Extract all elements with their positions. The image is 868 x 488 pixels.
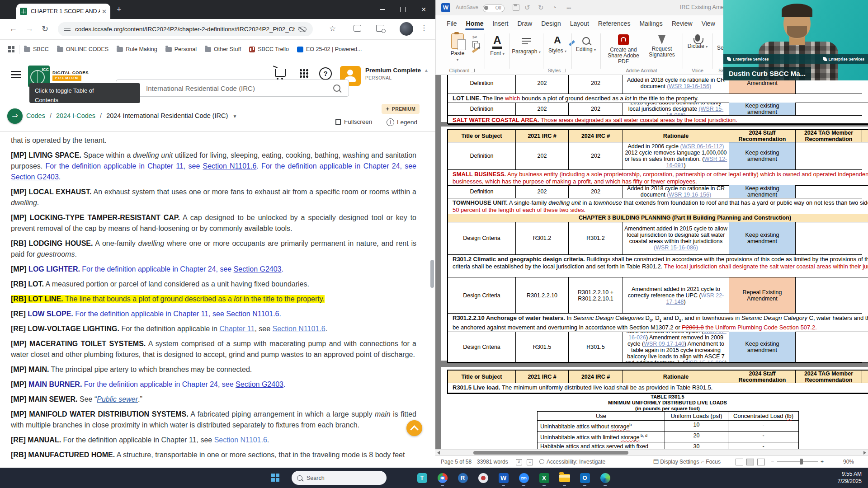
styles-button[interactable]: A Styles ▾ <box>546 34 569 54</box>
touch-mode-icon[interactable]: ◔ <box>552 4 557 11</box>
editing-button[interactable]: Editing ▾ <box>574 34 598 53</box>
ribbon-tab-review[interactable]: Review <box>667 17 697 30</box>
app-grid-icon[interactable] <box>299 69 308 78</box>
bookmark-item[interactable]: Other Stuff <box>205 46 241 52</box>
print-layout-icon[interactable] <box>746 459 754 465</box>
word-count[interactable]: 33981 words <box>477 459 508 465</box>
browser-tab[interactable]: CHAPTER 1 SCOPE AND ADMI ✕ <box>16 4 110 19</box>
paragraph-button[interactable]: Paragraph ▾ <box>512 34 541 55</box>
ribbon-tab-view[interactable]: View <box>697 17 720 30</box>
ribbon-tab-home[interactable]: Home <box>462 17 488 30</box>
code-search-input[interactable]: International Residential Code (IRC) <box>116 80 349 97</box>
save-icon[interactable] <box>513 4 519 11</box>
autosave-toggle[interactable]: Off <box>483 5 505 12</box>
legend-button[interactable]: i Legend <box>387 118 417 126</box>
search-tabs-icon[interactable] <box>376 25 384 32</box>
teams-icon[interactable]: T <box>412 470 432 486</box>
fullscreen-button[interactable]: Fullscreen <box>335 118 372 125</box>
adobe-create-pdf-button[interactable]: Create and Share Adobe PDF <box>604 33 643 65</box>
text-predictions-icon[interactable]: ≡ <box>527 459 533 465</box>
scroll-right-icon[interactable] <box>863 451 866 455</box>
focus-button[interactable]: ⌐ Focus <box>701 459 721 465</box>
site-info-icon[interactable] <box>64 27 71 32</box>
tab-close-icon[interactable]: ✕ <box>102 8 107 15</box>
ribbon-tab-file[interactable]: File <box>442 17 462 30</box>
back-to-top-button[interactable] <box>406 420 422 436</box>
premium-badge[interactable]: PREMIUM <box>382 104 420 114</box>
read-mode-icon[interactable] <box>736 459 743 465</box>
web-layout-icon[interactable] <box>757 459 765 465</box>
outlook-icon[interactable]: O <box>575 470 595 486</box>
ribbon-tab-draw[interactable]: Draw <box>513 17 537 30</box>
hscroll-thumb[interactable] <box>473 451 628 455</box>
word-hscrollbar[interactable] <box>435 449 868 455</box>
display-settings-button[interactable]: 🗔 Display Settings <box>653 459 699 465</box>
eye-blocked-icon[interactable] <box>298 27 307 32</box>
bookmark-item[interactable]: Rule Making <box>117 46 157 52</box>
breadcrumb-icodes[interactable]: 2024 I-Codes <box>56 112 95 119</box>
zoom-icon[interactable]: zm <box>514 470 534 486</box>
url-text[interactable]: codes.iccsafe.org/content/IRC2024P2/chap… <box>75 26 295 33</box>
reload-icon[interactable]: ↻ <box>42 24 48 34</box>
snip-icon[interactable] <box>473 470 493 486</box>
request-signatures-button[interactable]: Request Signatures <box>645 33 679 58</box>
chrome-icon[interactable] <box>432 470 453 486</box>
dictate-button[interactable]: Dictate ▾ <box>685 33 710 50</box>
back-icon[interactable]: ← <box>9 24 17 33</box>
zoom-slider-thumb[interactable] <box>800 459 803 465</box>
profile-avatar[interactable] <box>400 22 413 36</box>
copy-icon[interactable] <box>472 41 478 47</box>
toc-toggle-button[interactable]: ⇒ <box>7 108 23 124</box>
dialog-launcher-icon[interactable] <box>471 69 475 72</box>
redo-icon[interactable]: ↻ <box>538 4 544 12</box>
ribbon-tab-insert[interactable]: Insert <box>488 17 513 30</box>
bookmark-item[interactable]: ONLINE CODES <box>57 46 108 52</box>
window-maximize-button[interactable] <box>392 0 413 19</box>
qat-more-icon[interactable]: ≂ <box>566 4 572 12</box>
undo-icon[interactable]: ↺ <box>524 4 530 12</box>
bookmark-item[interactable]: SBCC Trello <box>249 46 289 52</box>
forward-icon[interactable]: → <box>25 24 33 33</box>
paste-button[interactable]: Paste▾ <box>447 33 468 63</box>
start-button[interactable] <box>271 474 279 482</box>
bookmark-item[interactable]: SBCC <box>24 46 49 52</box>
browser-menu-icon[interactable]: ⋮ <box>420 23 428 32</box>
bookmark-star-icon[interactable]: ☆ <box>329 24 336 33</box>
browser-scrollbar[interactable] <box>430 260 434 288</box>
format-painter-icon[interactable] <box>472 48 478 53</box>
dialog-launcher-icon[interactable] <box>562 69 566 72</box>
zoom-out-icon[interactable]: − <box>771 459 774 465</box>
zoom-slider[interactable] <box>777 461 818 462</box>
cut-icon[interactable]: ✂ <box>472 34 478 41</box>
help-icon[interactable]: ? <box>319 67 332 80</box>
ribbon-tab-mailings[interactable]: Mailings <box>635 17 667 30</box>
breadcrumb-codes[interactable]: Codes <box>26 112 45 119</box>
cart-icon[interactable] <box>275 69 286 77</box>
page-indicator[interactable]: Page 5 of 58 <box>441 459 472 465</box>
zoom-level[interactable]: 90% <box>843 459 854 465</box>
apps-shortcut-icon[interactable] <box>8 46 14 52</box>
window-minimize-button[interactable] <box>372 0 392 19</box>
zoom-in-icon[interactable]: + <box>821 459 824 465</box>
task-view-icon[interactable] <box>392 470 412 486</box>
scroll-left-icon[interactable] <box>437 451 440 455</box>
document-canvas[interactable]: TABLE R301.5 MINIMUM UNIFORMLY DISTRIBUT… <box>435 75 868 449</box>
extensions-icon[interactable] <box>354 25 361 32</box>
ribbon-tab-layout[interactable]: Layout <box>566 17 594 30</box>
collapse-caret-icon[interactable]: ▲ <box>424 68 429 73</box>
window-close-button[interactable]: ✕ <box>413 0 434 19</box>
r-icon[interactable]: R <box>453 470 473 486</box>
breadcrumb-caret-icon[interactable]: ▼ <box>232 114 237 119</box>
ribbon-tab-design[interactable]: Design <box>537 17 566 30</box>
toc-hamburger-icon[interactable] <box>11 71 21 78</box>
edge-icon[interactable] <box>595 470 615 486</box>
search-icon[interactable] <box>333 84 340 92</box>
excel-icon[interactable]: X <box>534 470 554 486</box>
proofing-status-icon[interactable]: ✗ <box>516 459 522 465</box>
bookmark-item[interactable]: EO 25-02 | Powered... <box>297 46 362 52</box>
taskbar-search[interactable]: Search <box>292 471 387 485</box>
new-tab-button[interactable]: + <box>117 5 122 14</box>
ribbon-tab-references[interactable]: References <box>594 17 635 30</box>
taskbar-clock[interactable]: 9:55 AM 7/29/2025 <box>838 470 862 485</box>
bookmark-item[interactable]: Personal <box>165 46 197 52</box>
